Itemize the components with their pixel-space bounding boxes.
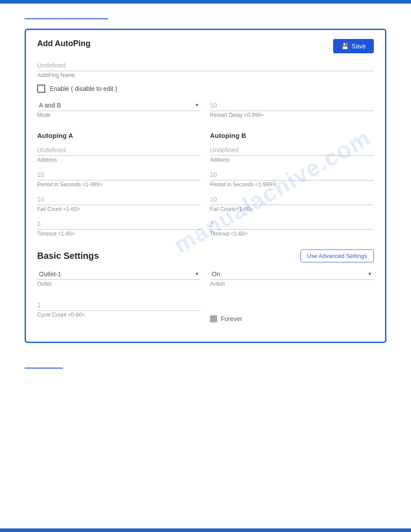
save-button-label: Save [351, 43, 366, 50]
mode-group: A and B A only B only ▼ Mode [37, 100, 201, 118]
card-title: Add AutoPing [37, 39, 90, 48]
autoping-b-address-label: Address [210, 157, 374, 163]
autoping-a-period-group: Period in Seconds <1-999> [37, 169, 201, 188]
autoping-a-address-input[interactable] [37, 145, 201, 156]
mode-select-wrapper: A and B A only B only ▼ [37, 100, 201, 111]
autoping-b-period-label: Period in Seconds <1-999> [210, 181, 374, 188]
autoping-b-timeout-input[interactable] [210, 219, 374, 230]
autoping-b-address-input[interactable] [210, 145, 374, 156]
cycle-count-input[interactable] [37, 300, 201, 311]
autoping-a-timeout-group: Timeout <1-60> [37, 219, 201, 237]
breadcrumb-top[interactable]: ________________________ [25, 12, 108, 19]
autoping-a-failcount-group: Fail Count <1-60> [37, 194, 201, 212]
basic-settings-title: Basic Settings [37, 251, 99, 261]
action-select[interactable]: On Off Reboot [210, 269, 374, 280]
autoping-b-failcount-group: Fail Count <1-60> [210, 194, 374, 212]
action-group: On Off Reboot ▼ Action [210, 269, 374, 287]
autoping-name-group: AutoPing Name [37, 60, 374, 78]
bottom-nav: ___________ [0, 356, 411, 373]
mode-select[interactable]: A and B A only B only [37, 100, 201, 111]
autoping-a-timeout-label: Timeout <1-60> [37, 231, 201, 237]
autoping-b-address-group: Address [210, 145, 374, 163]
restart-delay-input[interactable] [210, 100, 374, 111]
autoping-b-title: Autoping B [210, 132, 374, 139]
forever-checkbox-icon[interactable] [210, 315, 217, 322]
advanced-settings-button[interactable]: Use Advanced Settings [300, 249, 374, 262]
autoping-a-timeout-input[interactable] [37, 219, 201, 230]
cycle-row: Cycle Count <0-60> Forever [37, 300, 374, 324]
autoping-name-label: AutoPing Name [37, 72, 374, 78]
autoping-b-timeout-group: Timeout <1-60> [210, 219, 374, 237]
outlet-select-wrapper: Outlet-1 Outlet-2 Outlet-3 Outlet-4 ▼ [37, 269, 201, 280]
breadcrumb-bottom[interactable]: ___________ [25, 361, 63, 369]
autoping-b-failcount-label: Fail Count <1-60> [210, 206, 374, 212]
forever-col: Forever [210, 300, 374, 324]
basic-settings-row: Basic Settings Use Advanced Settings [37, 249, 374, 262]
outlet-group: Outlet-1 Outlet-2 Outlet-3 Outlet-4 ▼ Ou… [37, 269, 201, 287]
cycle-count-group: Cycle Count <0-60> [37, 300, 201, 318]
autoping-b-period-group: Period in Seconds <1-999> [210, 169, 374, 188]
restart-delay-label: Restart Delay <0-999> [210, 112, 374, 118]
cycle-count-label: Cycle Count <0-60> [37, 312, 201, 318]
outlet-action-row: Outlet-1 Outlet-2 Outlet-3 Outlet-4 ▼ Ou… [37, 269, 374, 293]
autoping-a-title: Autoping A [37, 132, 201, 139]
enable-row: Enable ( disable to edit ) [37, 85, 374, 93]
autoping-a-failcount-input[interactable] [37, 194, 201, 205]
autoping-a-period-label: Period in Seconds <1-999> [37, 181, 201, 188]
restart-delay-group: Restart Delay <0-999> [210, 100, 374, 118]
outlet-label: Outlet [37, 281, 201, 287]
autoping-b-timeout-label: Timeout <1-60> [210, 231, 374, 237]
top-bar [0, 0, 411, 4]
mode-label: Mode [37, 112, 201, 118]
card-header: Add AutoPing 💾 Save [37, 39, 374, 53]
forever-label: Forever [221, 315, 242, 322]
autoping-a-address-group: Address [37, 145, 201, 163]
autoping-a-section: Autoping A Address Period in Seconds <1-… [37, 132, 201, 243]
autoping-b-section: Autoping B Address Period in Seconds <1-… [210, 132, 374, 243]
outlet-select[interactable]: Outlet-1 Outlet-2 Outlet-3 Outlet-4 [37, 269, 201, 280]
autoping-a-failcount-label: Fail Count <1-60> [37, 206, 201, 212]
forever-row: Forever [210, 315, 242, 322]
enable-label: Enable ( disable to edit ) [50, 85, 117, 92]
autoping-a-address-label: Address [37, 157, 201, 163]
mode-restart-row: A and B A only B only ▼ Mode Restart Del… [37, 100, 374, 124]
main-card: manualachive.com Add AutoPing 💾 Save Aut… [25, 29, 386, 343]
autoping-sections: Autoping A Address Period in Seconds <1-… [37, 132, 374, 243]
enable-checkbox[interactable] [37, 85, 45, 93]
autoping-b-failcount-input[interactable] [210, 194, 374, 205]
autoping-a-period-input[interactable] [37, 169, 201, 180]
autoping-b-period-input[interactable] [210, 169, 374, 180]
action-select-wrapper: On Off Reboot ▼ [210, 269, 374, 280]
bottom-bar [0, 528, 411, 532]
action-label: Action [210, 281, 374, 287]
save-icon: 💾 [341, 43, 349, 50]
save-button[interactable]: 💾 Save [333, 39, 374, 53]
autoping-name-input[interactable] [37, 60, 374, 71]
